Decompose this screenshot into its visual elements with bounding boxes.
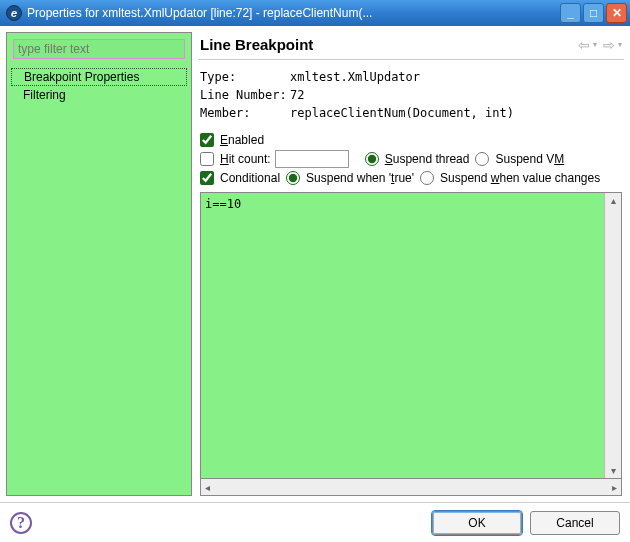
sidebar-item-filtering[interactable]: Filtering bbox=[11, 87, 187, 103]
conditional-checkbox[interactable] bbox=[200, 171, 214, 185]
enabled-label[interactable]: Enabled bbox=[220, 133, 264, 147]
conditional-label[interactable]: Conditional bbox=[220, 171, 280, 185]
suspend-vm-radio[interactable] bbox=[475, 152, 489, 166]
condition-editor[interactable] bbox=[201, 193, 604, 478]
options-group: Enabled Hit count: Suspend thread Suspen… bbox=[198, 130, 624, 188]
scroll-down-icon[interactable]: ▾ bbox=[611, 463, 616, 478]
suspend-thread-label[interactable]: Suspend thread bbox=[385, 152, 470, 166]
window-buttons: _ □ ✕ bbox=[560, 3, 627, 23]
cancel-button[interactable]: Cancel bbox=[530, 511, 620, 535]
scroll-right-icon[interactable]: ▸ bbox=[608, 482, 621, 493]
editor-horizontal-scrollbar[interactable]: ◂ ▸ bbox=[200, 479, 622, 496]
nav-forward-icon[interactable]: ⇨ bbox=[603, 37, 615, 53]
scroll-left-icon[interactable]: ◂ bbox=[201, 482, 214, 493]
dialog-button-bar: ? OK Cancel bbox=[0, 502, 630, 542]
hitcount-label[interactable]: Hit count: bbox=[220, 152, 271, 166]
app-icon: e bbox=[6, 5, 22, 21]
line-value: 72 bbox=[290, 86, 304, 104]
ok-button[interactable]: OK bbox=[432, 511, 522, 535]
nav-forward-dropdown-icon[interactable]: ▾ bbox=[618, 40, 622, 49]
suspend-vm-label[interactable]: Suspend VM bbox=[495, 152, 564, 166]
scroll-up-icon[interactable]: ▴ bbox=[611, 193, 616, 208]
minimize-button[interactable]: _ bbox=[560, 3, 581, 23]
suspend-thread-radio[interactable] bbox=[365, 152, 379, 166]
sidebar-tree: Breakpoint Properties Filtering bbox=[7, 65, 191, 106]
sidebar-item-breakpoint-properties[interactable]: Breakpoint Properties bbox=[11, 68, 187, 86]
breakpoint-details: Type: xmltest.XmlUpdator Line Number: 72… bbox=[198, 60, 624, 130]
line-label: Line Number: bbox=[200, 86, 290, 104]
type-label: Type: bbox=[200, 68, 290, 86]
suspend-when-changes-radio[interactable] bbox=[420, 171, 434, 185]
nav-back-icon[interactable]: ⇦ bbox=[578, 37, 590, 53]
help-icon[interactable]: ? bbox=[10, 512, 32, 534]
nav-back-dropdown-icon[interactable]: ▾ bbox=[593, 40, 597, 49]
member-label: Member: bbox=[200, 104, 290, 122]
type-value: xmltest.XmlUpdator bbox=[290, 68, 420, 86]
suspend-when-changes-label[interactable]: Suspend when value changes bbox=[440, 171, 600, 185]
main-panel: Line Breakpoint ⇦▾ ⇨▾ Type: xmltest.XmlU… bbox=[198, 32, 624, 496]
member-value: replaceClientNum(Document, int) bbox=[290, 104, 514, 122]
enabled-checkbox[interactable] bbox=[200, 133, 214, 147]
suspend-when-true-label[interactable]: Suspend when 'true' bbox=[306, 171, 414, 185]
maximize-button[interactable]: □ bbox=[583, 3, 604, 23]
editor-vertical-scrollbar[interactable]: ▴ ▾ bbox=[604, 193, 621, 478]
titlebar: e Properties for xmltest.XmlUpdator [lin… bbox=[0, 0, 630, 26]
window-title: Properties for xmltest.XmlUpdator [line:… bbox=[27, 6, 560, 20]
hitcount-checkbox[interactable] bbox=[200, 152, 214, 166]
suspend-when-true-radio[interactable] bbox=[286, 171, 300, 185]
close-button[interactable]: ✕ bbox=[606, 3, 627, 23]
panel-header: Line Breakpoint ⇦▾ ⇨▾ bbox=[198, 32, 624, 60]
condition-editor-wrap: ▴ ▾ bbox=[200, 192, 622, 479]
filter-input[interactable] bbox=[13, 39, 185, 59]
hitcount-input[interactable] bbox=[275, 150, 349, 168]
sidebar: Breakpoint Properties Filtering bbox=[6, 32, 192, 496]
panel-title: Line Breakpoint bbox=[200, 36, 578, 53]
